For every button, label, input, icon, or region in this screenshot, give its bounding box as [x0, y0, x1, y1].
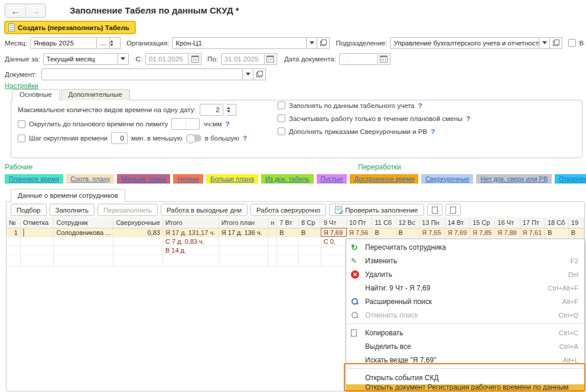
organization-input[interactable]: Крон-Ц1 — [172, 37, 307, 49]
month-input[interactable]: Январь 2025 — [30, 37, 97, 49]
menu-item-open-registration-document[interactable]: Открыть документ Регистрация рабочего вр… — [346, 384, 584, 392]
legend-matches-plan[interactable]: Соотв. плану — [66, 174, 114, 184]
legend-planned-time[interactable]: Плановое время — [5, 174, 63, 184]
col-day-9[interactable]: 9 Чт — [321, 217, 346, 228]
cell-overtime[interactable]: 0,83 — [113, 228, 162, 237]
cell-day-16[interactable]: Я 7,88 — [495, 228, 520, 237]
col-mark[interactable]: Отметка — [20, 217, 53, 228]
department-input[interactable]: Управление бухгалтерского учета и отчетн… — [390, 37, 539, 49]
legend-no-doc-overtime[interactable]: Нет док. сверх или РВ — [476, 174, 552, 184]
unmark-all-button[interactable] — [445, 204, 461, 216]
col-day-14[interactable]: 14 Вт — [445, 217, 470, 228]
cell-total-plan[interactable]: Я 17 д. 136 ч. — [219, 228, 268, 237]
document-dropdown[interactable] — [243, 68, 253, 80]
document-open-button[interactable] — [253, 68, 266, 80]
menu-item-delete[interactable]: ✕ Удалить Del — [346, 267, 584, 281]
overtime-work-button[interactable]: Работа сверхурочно — [250, 204, 326, 216]
row-checkbox[interactable] — [23, 228, 24, 237]
cell-day-9-selected[interactable]: Я 7,69 — [321, 228, 346, 237]
legend-absences[interactable]: Неявки — [173, 174, 203, 184]
col-day-7[interactable]: 7 Вт — [277, 217, 299, 228]
col-day-17[interactable]: 17 Пт — [520, 217, 545, 228]
from-date-input[interactable]: 01.01.2025 — [145, 53, 189, 65]
cell-day-14[interactable]: Я 7,69 — [445, 228, 470, 237]
menu-item-find[interactable]: Найти: 9 Чт - Я 7,69 Ctrl+Alt+F — [346, 281, 584, 295]
cell-day-12[interactable]: В — [396, 228, 419, 237]
col-total-plan[interactable]: Итого план — [219, 217, 268, 228]
forward-button[interactable]: → — [25, 4, 45, 17]
col-day-cut[interactable]: н — [268, 217, 277, 228]
col-day-11[interactable]: 11 Сб — [372, 217, 396, 228]
menu-item-recalculate[interactable]: ↻ Пересчитать сотрудника — [346, 240, 584, 254]
legend-deviation[interactable]: Отклонение — [555, 174, 586, 184]
cell-day-17[interactable]: Я 7,61 — [520, 228, 545, 237]
step-input[interactable]: 0 — [111, 132, 128, 144]
month-more-button[interactable]: ... — [97, 37, 110, 49]
round-limit-input[interactable]: : — [171, 118, 200, 130]
col-day-10[interactable]: 10 Пт — [347, 217, 372, 228]
max-types-input[interactable]: 2 — [200, 104, 223, 116]
cell-day-19[interactable]: В — [568, 228, 584, 237]
cell-day-15[interactable]: Я 7,85 — [470, 228, 495, 237]
legend-completed-time[interactable]: Достроенное время — [350, 174, 418, 184]
employee-row[interactable]: 1 Солодовникова ... 0,83 Я 17 д. 131,17 … — [6, 228, 584, 237]
col-total[interactable]: Итого — [162, 217, 219, 228]
col-day-12[interactable]: 12 Вс — [396, 217, 419, 228]
data-for-select[interactable]: Текущий месяц — [43, 53, 118, 65]
col-overtime[interactable]: Сверхурочные — [113, 217, 162, 228]
tab-main[interactable]: Основные — [12, 89, 60, 100]
supplement-orders-checkbox[interactable] — [278, 128, 285, 135]
menu-item-edit[interactable]: ✎ Изменить F2 — [346, 254, 584, 267]
fill-from-timesheet-help[interactable]: ? — [418, 102, 422, 109]
weekend-work-button[interactable]: Работа в выходные дни — [161, 204, 248, 216]
menu-item-search-everywhere[interactable]: Искать везде "Я 7,69" Alt+L — [346, 353, 584, 367]
doc-date-input[interactable]: . . — [339, 53, 378, 65]
count-within-shift-help[interactable]: ? — [466, 115, 470, 122]
fill-button[interactable]: Заполнить — [50, 204, 95, 216]
col-day-15[interactable]: 15 Ср — [470, 217, 495, 228]
cell-total-overtime[interactable]: С 7 д. 0,83 ч. — [162, 237, 219, 246]
legend-less-than-plan[interactable]: Меньше плана — [117, 174, 170, 184]
hierarchy-checkbox[interactable]: В иерар — [568, 39, 586, 47]
step-help[interactable]: ? — [243, 135, 247, 142]
cell-day-8[interactable]: В — [299, 228, 321, 237]
col-num[interactable]: № — [6, 217, 20, 228]
col-day-19[interactable]: 19 — [568, 217, 584, 228]
cell-day-7[interactable]: В — [277, 228, 299, 237]
supplement-orders-help[interactable]: ? — [431, 128, 435, 135]
data-for-dropdown[interactable] — [118, 53, 129, 65]
menu-item-select-all[interactable]: Выделить все Ctrl+A — [346, 339, 584, 353]
menu-item-copy[interactable]: Копировать Ctrl+C — [346, 326, 584, 339]
cell-total[interactable]: Я 17 д. 131,17 ч. — [162, 228, 219, 237]
cell-day-13[interactable]: Я 7,65 — [419, 228, 445, 237]
settings-link[interactable]: Настройки — [5, 82, 38, 89]
cell-employee[interactable]: Солодовникова ... — [54, 228, 113, 237]
cell-day-cut[interactable] — [268, 228, 277, 237]
col-day-16[interactable]: 16 Чт — [495, 217, 520, 228]
step-checkbox[interactable] — [18, 135, 25, 142]
col-day-8[interactable]: 8 Ср — [299, 217, 321, 228]
tab-employee-time-data[interactable]: Данные о времени сотрудников — [11, 189, 125, 202]
rounding-direction-toggle[interactable] — [186, 135, 201, 142]
cell-total-empty[interactable] — [162, 254, 219, 266]
col-day-13[interactable]: 13 Пн — [419, 217, 445, 228]
from-calendar-button[interactable] — [189, 53, 201, 65]
cell-day-11[interactable]: В — [372, 228, 396, 237]
organization-open-button[interactable] — [317, 37, 330, 49]
back-button[interactable]: ← — [5, 4, 25, 17]
tab-additional[interactable]: Дополнительные — [61, 89, 130, 100]
max-types-spinner[interactable] — [227, 104, 236, 116]
to-date-input[interactable]: 31.01.2025 — [221, 53, 265, 65]
doc-date-calendar-button[interactable] — [378, 53, 390, 65]
pick-button[interactable]: Подбор — [11, 204, 47, 216]
department-open-button[interactable] — [550, 37, 562, 49]
create-timesheet-button[interactable]: Создать (перезаполнить) Табель — [5, 21, 135, 34]
month-spinner[interactable] — [110, 37, 121, 49]
to-calendar-button[interactable] — [265, 53, 277, 65]
col-day-18[interactable]: 18 Сб — [545, 217, 568, 228]
legend-overtime[interactable]: Сверхурочные — [421, 174, 473, 184]
cell-total-dayoff[interactable]: В 14 д. — [162, 246, 219, 254]
refill-button[interactable]: Перезаполнить — [97, 204, 158, 216]
department-dropdown[interactable] — [539, 37, 550, 49]
round-limit-checkbox[interactable] — [18, 120, 25, 128]
